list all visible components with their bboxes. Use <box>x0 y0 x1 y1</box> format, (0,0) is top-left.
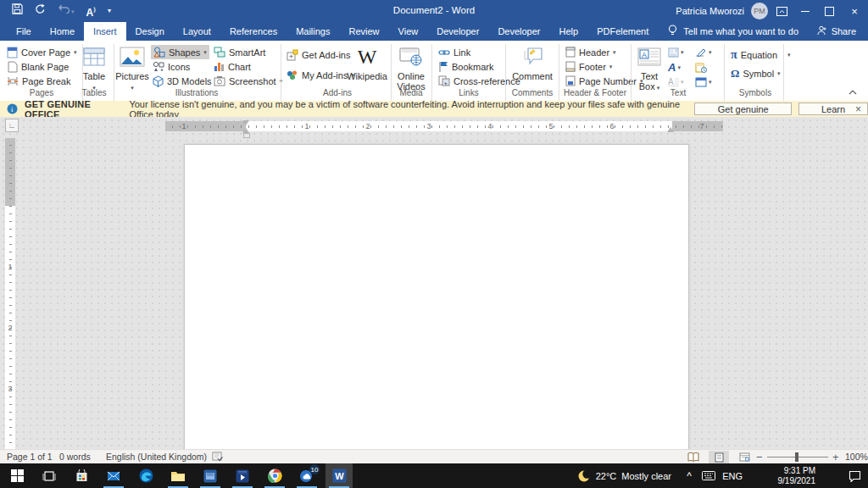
tab-help[interactable]: Help <box>550 22 588 41</box>
wikipedia-button[interactable]: W Wikipedia <box>344 44 390 81</box>
shapes-button[interactable]: Shapes▾ <box>151 45 209 59</box>
page-break-button[interactable]: Page Break <box>7 74 70 88</box>
chrome-icon[interactable] <box>261 463 288 488</box>
ribbon-tab-row: FileHomeInsertDesignLayoutReferencesMail… <box>0 22 868 41</box>
action-center-icon[interactable] <box>849 463 861 488</box>
language-indicator[interactable]: ENG <box>722 463 743 488</box>
left-indent-marker[interactable] <box>243 133 250 138</box>
horizontal-ruler[interactable]: 11234567 <box>165 121 723 131</box>
first-line-indent-marker[interactable] <box>242 120 249 125</box>
tab-developer-2[interactable]: Developer <box>488 22 549 41</box>
tables-group-label: Tables <box>78 88 110 97</box>
wordart-button[interactable]: A▾ <box>668 61 681 74</box>
online-videos-button[interactable]: Online Videos <box>392 44 430 92</box>
drop-cap-button[interactable]: A▾ <box>668 75 684 88</box>
notification-badge: 10 <box>309 464 320 474</box>
page-number-icon <box>565 75 576 86</box>
weather-temp: 22°C <box>596 471 617 481</box>
page-indicator[interactable]: Page 1 of 1 <box>7 452 53 462</box>
restore-button[interactable] <box>815 0 843 22</box>
signature-line-button[interactable]: ▾ <box>695 46 712 58</box>
pictures-button[interactable]: Pictures▾ <box>115 44 149 92</box>
movies-tv-icon[interactable] <box>229 463 256 488</box>
language-indicator[interactable]: English (United Kingdom) <box>106 452 207 462</box>
tab-review[interactable]: Review <box>340 22 389 41</box>
print-layout-button[interactable] <box>709 451 729 463</box>
taskbar: 10 W 22°C Mostly clear ^ ENG 9:31 PM 9/1… <box>0 463 868 488</box>
date-time-button[interactable] <box>695 61 707 74</box>
tab-layout[interactable]: Layout <box>174 22 220 41</box>
bookmark-button[interactable]: Bookmark <box>438 59 494 74</box>
document-page[interactable] <box>184 144 689 451</box>
comment-button[interactable]: Comment <box>510 44 554 81</box>
blank-page-button[interactable]: Blank Page <box>7 59 69 74</box>
file-explorer-icon[interactable] <box>164 463 192 488</box>
cover-page-button[interactable]: Cover Page▾ <box>7 45 77 59</box>
proofing-status-icon[interactable] <box>212 452 223 463</box>
object-button[interactable]: ▾ <box>695 75 712 88</box>
close-button[interactable]: × <box>841 0 868 22</box>
tab-design[interactable]: Design <box>126 22 174 41</box>
equation-button[interactable]: π Equation ▾ <box>731 47 791 62</box>
date-time-icon <box>695 63 707 73</box>
touch-keyboard-icon[interactable] <box>702 463 715 488</box>
footer-button[interactable]: Footer▾ <box>565 59 612 74</box>
avatar[interactable]: PM <box>751 3 768 19</box>
status-bar: Page 1 of 1 0 words English (United King… <box>0 449 868 464</box>
tab-home[interactable]: Home <box>41 22 84 41</box>
edge-browser-icon[interactable] <box>132 463 159 488</box>
mail-app-icon[interactable] <box>100 463 127 488</box>
zoom-level[interactable]: 100% <box>845 452 868 462</box>
symbol-button[interactable]: Ω Symbol▾ <box>731 66 781 80</box>
signature-line-icon <box>695 47 707 58</box>
weather-tray-item[interactable]: 22°C Mostly clear <box>577 463 671 488</box>
illustrations-group-label: Illustrations <box>115 88 278 97</box>
right-indent-marker[interactable] <box>667 127 674 132</box>
get-addins-button[interactable]: Get Add-ins <box>287 47 350 62</box>
text-box-button[interactable]: A Text Box ▾ <box>634 44 665 92</box>
media-app-icon[interactable] <box>197 463 224 488</box>
equation-icon: π <box>731 48 737 62</box>
cross-reference-icon <box>438 75 450 86</box>
tab-file[interactable]: File <box>7 22 41 41</box>
addins-group-label: Add-ins <box>285 88 390 97</box>
links-group-label: Links <box>434 88 504 97</box>
cross-reference-button[interactable]: Cross-reference <box>438 74 520 88</box>
banner-close-icon[interactable]: × <box>855 103 861 115</box>
read-mode-button[interactable] <box>683 451 704 463</box>
account-name[interactable]: Patricia Mworozi <box>676 6 744 16</box>
icons-button[interactable]: Icons <box>153 59 190 74</box>
vertical-ruler[interactable]: 123 <box>5 138 15 449</box>
web-layout-button[interactable] <box>734 451 754 463</box>
zoom-out-button[interactable]: − <box>756 451 763 463</box>
smartart-button[interactable]: SmartArt <box>214 45 265 59</box>
screenshot-button[interactable]: Screenshot▾ <box>214 74 282 88</box>
quick-parts-button[interactable]: ▾ <box>668 46 684 58</box>
3d-models-button[interactable]: 3D Models▾ <box>153 74 218 88</box>
word-count[interactable]: 0 words <box>59 452 91 462</box>
tab-view[interactable]: View <box>389 22 428 41</box>
chart-button[interactable]: Chart <box>214 59 251 74</box>
link-button[interactable]: Link <box>438 45 470 59</box>
show-hidden-icons-chevron[interactable]: ^ <box>687 463 692 488</box>
clock-tray-item[interactable]: 9:31 PM 9/19/2021 <box>778 463 816 488</box>
task-view-button[interactable] <box>36 463 63 488</box>
tab-references[interactable]: References <box>220 22 287 41</box>
tab-mailings[interactable]: Mailings <box>287 22 339 41</box>
zoom-in-button[interactable]: + <box>832 451 839 463</box>
header-button[interactable]: Header▾ <box>565 45 616 59</box>
start-button[interactable] <box>3 463 31 488</box>
tab-developer[interactable]: Developer <box>427 22 488 41</box>
share-button[interactable]: Share <box>817 22 856 41</box>
tab-selector[interactable]: ∟ <box>5 119 19 132</box>
tab-pdfelement[interactable]: PDFelement <box>587 22 658 41</box>
table-button[interactable]: Table▾ <box>78 44 110 92</box>
collapse-ribbon-icon[interactable] <box>848 88 858 97</box>
tellme-label[interactable]: Tell me what you want to do <box>683 26 798 36</box>
get-genuine-office-button[interactable]: Get genuine Office <box>694 103 792 115</box>
microsoft-store-icon[interactable] <box>68 463 95 488</box>
zoom-slider-thumb[interactable] <box>795 452 798 462</box>
tab-insert[interactable]: Insert <box>84 22 126 41</box>
word-app-icon[interactable]: W <box>326 463 353 488</box>
onedrive-app-icon[interactable]: 10 <box>293 463 320 488</box>
